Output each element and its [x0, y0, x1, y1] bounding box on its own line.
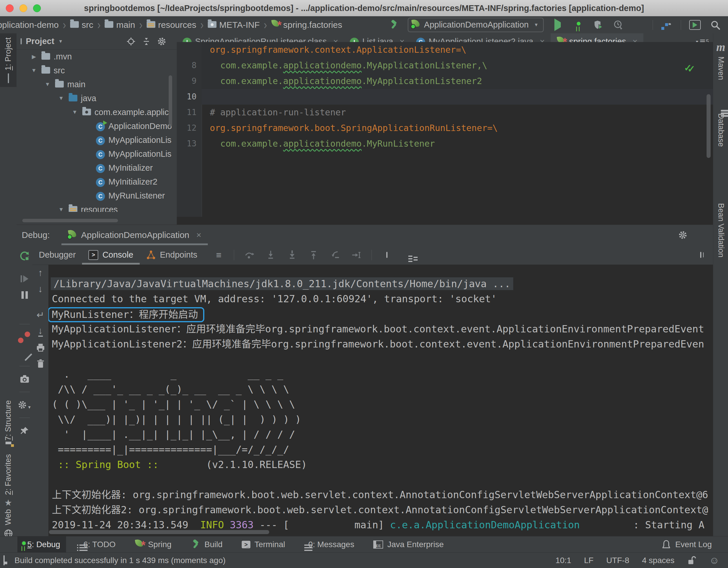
profiler-button[interactable]: [612, 19, 625, 31]
zoom-window-button[interactable]: [33, 4, 41, 12]
run-button[interactable]: [551, 19, 564, 31]
step-over-button[interactable]: [243, 249, 256, 261]
inspection-status-checks-icon[interactable]: ✓✓: [684, 62, 697, 73]
toolwindow-button-spring[interactable]: *Spring: [129, 536, 177, 553]
drop-frame-button[interactable]: [329, 249, 341, 261]
mute-breakpoints-button[interactable]: [18, 347, 31, 360]
editor-code[interactable]: org.springframework.context.ApplicationL…: [177, 42, 713, 152]
breadcrumb-item[interactable]: *spring.factories: [271, 19, 342, 30]
chevron-expanded-icon[interactable]: ▼: [57, 95, 65, 101]
sidebar-item-database[interactable]: Database: [713, 106, 728, 151]
sidebar-item-project[interactable]: 1: Project: [0, 33, 17, 87]
toolwindow-button-terminal[interactable]: >Terminal: [236, 536, 291, 553]
code-line[interactable]: 10: [177, 89, 713, 105]
build-project-button[interactable]: [387, 19, 400, 31]
toolwindow-button-debug[interactable]: 5: Debug: [17, 536, 66, 553]
tree-row[interactable]: ▼resources: [17, 203, 177, 212]
clear-console-button[interactable]: [34, 357, 47, 370]
breadcrumb-item[interactable]: application-demo: [0, 20, 59, 30]
toolwindow-button-build[interactable]: Build: [185, 536, 228, 553]
chevron-expanded-icon[interactable]: ▼: [30, 67, 38, 74]
prev-occurrence-button[interactable]: ↑: [34, 266, 47, 279]
view-breakpoints-button[interactable]: [18, 331, 31, 343]
chevron-expanded-icon[interactable]: ▼: [43, 81, 52, 88]
tree-row[interactable]: ▶.mvn: [17, 50, 177, 63]
chevron-collapsed-icon[interactable]: ▶: [30, 53, 38, 60]
tree-horizontal-scrollbar[interactable]: [22, 219, 118, 222]
chevron-expanded-icon[interactable]: ▼: [71, 109, 79, 115]
run-anything-button[interactable]: [689, 19, 701, 31]
tree-row[interactable]: CMyApplicationLis: [17, 147, 177, 161]
next-occurrence-button[interactable]: ↓: [34, 283, 47, 295]
toolwindow-button-event-log[interactable]: Event Log: [656, 536, 718, 553]
status-message[interactable]: Build completed successfully in 1 s 439 …: [14, 556, 225, 565]
toolwindow-button-todo[interactable]: 6: TODO: [74, 536, 121, 553]
sidebar-item-favorites[interactable]: 2: Favorites★: [0, 450, 17, 512]
breadcrumb-item[interactable]: main: [105, 20, 135, 30]
layout-settings-button[interactable]: [402, 249, 415, 261]
evaluate-expression-button[interactable]: [381, 249, 393, 261]
indent-widget[interactable]: 4 spaces: [642, 556, 674, 565]
debug-console[interactable]: /Library/Java/JavaVirtualMachines/jdk1.8…: [48, 265, 713, 536]
breadcrumb-item[interactable]: META-INF: [208, 20, 260, 30]
sidebar-item-structure[interactable]: 7: Structure: [0, 396, 17, 448]
project-structure-button[interactable]: [660, 19, 673, 31]
resume-button[interactable]: [18, 272, 31, 285]
debug-tab-debugger[interactable]: Debugger: [32, 245, 82, 265]
scroll-to-end-button[interactable]: ↓: [34, 325, 47, 338]
tree-row[interactable]: CMyInitializer2: [17, 175, 177, 189]
debug-tab-endpoints[interactable]: Endpoints: [140, 245, 204, 265]
run-to-cursor-button[interactable]: [350, 249, 363, 261]
stop-process-button[interactable]: [18, 305, 31, 318]
console-horizontal-scrollbar[interactable]: [49, 530, 269, 534]
editor-vertical-scrollbar[interactable]: [707, 94, 711, 158]
breadcrumb-item[interactable]: resources: [147, 20, 196, 30]
pause-button[interactable]: [18, 289, 31, 301]
rerun-button[interactable]: [18, 250, 31, 263]
editor-body[interactable]: org.springframework.context.ApplicationL…: [177, 42, 713, 217]
sidebar-item-maven[interactable]: mMaven: [713, 37, 728, 84]
code-line[interactable]: 9 com.example.applicationdemo.MyApplicat…: [177, 73, 713, 89]
tree-row[interactable]: CMyInitializer: [17, 161, 177, 175]
debug-button[interactable]: [572, 19, 584, 31]
force-step-into-button[interactable]: [286, 249, 299, 261]
close-icon[interactable]: ×: [196, 231, 201, 239]
minimize-window-button[interactable]: [19, 4, 27, 12]
code-line[interactable]: 11# application-run-listener: [177, 105, 713, 120]
code-line[interactable]: 8 com.example.applicationdemo.MyApplicat…: [177, 58, 713, 73]
breadcrumb-item[interactable]: src: [70, 20, 93, 30]
toolwindow-button-java-enterprise[interactable]: EEJava Enterprise: [367, 536, 449, 553]
soft-wrap-button[interactable]: ↵: [34, 309, 47, 321]
tree-row[interactable]: CMyRunListener: [17, 189, 177, 203]
encoding-widget[interactable]: UTF-8: [606, 556, 629, 565]
highlighting-level-widget[interactable]: ☺: [709, 555, 719, 566]
debug-session-tab[interactable]: ApplicationDemoApplication ×: [61, 225, 208, 245]
sidebar-item-bean-validation[interactable]: Bean Validation: [713, 196, 728, 261]
layout-options-button[interactable]: ≡: [212, 249, 225, 261]
line-separator-widget[interactable]: LF: [584, 556, 594, 565]
debugger-settings-button[interactable]: ▼: [18, 398, 31, 411]
toolwindow-button-messages[interactable]: 0: Messages: [299, 536, 360, 553]
tree-row[interactable]: CMyApplicationLis: [17, 133, 177, 147]
thread-dump-button[interactable]: [18, 373, 31, 385]
chevron-expanded-icon[interactable]: ▼: [57, 206, 65, 212]
project-tree[interactable]: ▶.mvn▼src▼main▼java▼com.example.applicCA…: [17, 42, 177, 212]
debug-settings-button[interactable]: [678, 230, 687, 240]
run-configuration-select[interactable]: ApplicationDemoApplication ▼: [408, 18, 544, 32]
code-line[interactable]: 13 com.example.applicationdemo.MyRunList…: [177, 136, 713, 152]
step-out-button[interactable]: [307, 249, 320, 261]
code-line[interactable]: 12org.springframework.boot.SpringApplica…: [177, 120, 713, 136]
print-button[interactable]: [34, 341, 47, 354]
toggle-tool-windows-button[interactable]: [3, 556, 5, 565]
restore-layout-button[interactable]: [694, 249, 707, 261]
run-with-coverage-button[interactable]: [592, 19, 605, 31]
tree-row[interactable]: CApplicationDemo: [17, 119, 177, 133]
step-into-button[interactable]: [264, 249, 277, 261]
tree-row[interactable]: ▼com.example.applic: [17, 105, 177, 119]
stop-button[interactable]: [632, 19, 645, 31]
tree-row[interactable]: ▼main: [17, 77, 177, 91]
close-window-button[interactable]: [6, 4, 14, 12]
search-everywhere-button[interactable]: [709, 19, 722, 31]
pin-tab-button[interactable]: [18, 424, 31, 437]
caret-position-widget[interactable]: 10:1: [556, 556, 572, 565]
